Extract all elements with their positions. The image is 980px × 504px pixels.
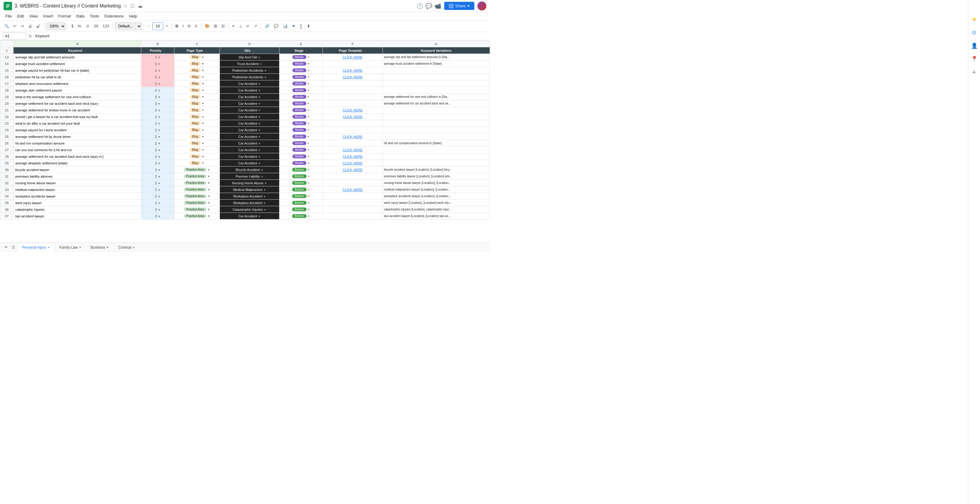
cell-page-template-17[interactable] (323, 80, 383, 87)
cell-keyword-26[interactable]: hit and run compensation amount (13, 140, 141, 146)
cell-priority-21[interactable]: 2 ▼ (141, 107, 174, 113)
cell-silo-31[interactable]: Premise Liability ▼ (220, 173, 280, 180)
cell-page-type-35[interactable]: Practice Area ▼ (174, 200, 220, 206)
font-size-inc[interactable]: + (164, 22, 170, 30)
cell-page-type-28[interactable]: Blog ▼ (174, 153, 220, 160)
cell-page-template-32[interactable] (323, 180, 383, 186)
col-header-a[interactable]: A (13, 41, 141, 47)
cell-page-template-20[interactable] (323, 100, 383, 107)
link-btn[interactable]: 🔗 (263, 22, 271, 30)
cell-stage-19[interactable]: Middle ▼ (280, 94, 323, 100)
cell-keyword-variations-18[interactable] (382, 87, 490, 94)
cell-page-type-17[interactable]: Blog ▼ (174, 80, 220, 87)
cell-silo-17[interactable]: Car Accident ▼ (220, 80, 280, 87)
cell-stage-20[interactable]: Middle ▼ (280, 100, 323, 107)
cell-page-type-15[interactable]: Blog ▼ (174, 67, 220, 74)
col-header-e[interactable]: E (280, 41, 323, 47)
cell-page-type-26[interactable]: Blog ▼ (174, 140, 220, 146)
cell-keyword-variations-36[interactable]: catastrophic injuries [Location], catast… (382, 206, 490, 213)
cell-silo-30[interactable]: Bicycle Accident ▼ (220, 167, 280, 173)
cell-page-template-27[interactable]: CLICK HERE (323, 146, 383, 153)
cell-keyword-17[interactable]: whiplash and concussion settlement (13, 80, 141, 87)
add-sheet-btn[interactable]: + (2, 244, 10, 251)
cell-silo-19[interactable]: Car Accident ▼ (220, 94, 280, 100)
cell-stage-15[interactable]: Middle ▼ (280, 67, 323, 74)
cloud-icon[interactable]: ☁ (138, 3, 142, 9)
tab-criminal[interactable]: Criminal ▾ (113, 243, 140, 252)
cell-page-template-30[interactable]: CLICK HERE (323, 167, 383, 173)
cell-keyword-variations-25[interactable] (382, 134, 490, 140)
cell-keyword-27[interactable]: can you sue someone for a hit and run (13, 146, 141, 153)
cell-page-template-21[interactable]: CLICK HERE (323, 107, 383, 113)
cell-stage-13[interactable]: Middle ▼ (280, 54, 323, 60)
cell-priority-30[interactable]: 2 ▼ (141, 167, 174, 173)
cell-keyword-variations-26[interactable]: hit and run compensation amount in [Stat… (382, 140, 490, 146)
cell-stage-27[interactable]: Middle ▼ (280, 146, 323, 153)
cell-keyword-variations-24[interactable] (382, 127, 490, 134)
cell-silo-13[interactable]: Slip And Fall ▼ (220, 54, 280, 60)
cell-silo-25[interactable]: Car Accident ▼ (220, 134, 280, 140)
chart-btn[interactable]: 📊 (281, 22, 290, 30)
tab-family-law[interactable]: Family Law ▾ (54, 243, 86, 252)
menu-insert[interactable]: Insert (41, 13, 56, 19)
cell-keyword-32[interactable]: nursing home abuse lawyer (13, 180, 141, 186)
cell-page-template-36[interactable] (323, 206, 383, 213)
border-btn[interactable]: ⊞ (212, 22, 219, 30)
h-align-btn[interactable]: ≡ (231, 22, 236, 30)
tab-family-law-arrow[interactable]: ▾ (80, 246, 81, 249)
menu-format[interactable]: Format (56, 13, 73, 19)
cell-page-template-13[interactable]: CLICK HERE (323, 54, 383, 60)
filter-btn[interactable]: ▼ (290, 22, 298, 30)
cell-page-type-25[interactable]: Blog ▼ (174, 134, 220, 140)
cell-silo-16[interactable]: Pedestrian Accidents ▼ (220, 74, 280, 80)
cell-stage-26[interactable]: Middle ▼ (280, 140, 323, 146)
col-header-g[interactable]: G (382, 41, 490, 47)
bold-btn[interactable]: B (174, 22, 180, 30)
cell-page-template-28[interactable]: CLICK HERE (323, 153, 383, 160)
cell-page-type-34[interactable]: Practice Area ▼ (174, 193, 220, 200)
cell-page-type-21[interactable]: Blog ▼ (174, 107, 220, 113)
cell-keyword-variations-30[interactable]: bicycle accident lawyer [Location], [Loc… (382, 167, 490, 173)
cell-silo-22[interactable]: Car Accident ▼ (220, 113, 280, 120)
cell-keyword-36[interactable]: catastrophic injuries (13, 206, 141, 213)
cell-priority-33[interactable]: 2 ▼ (141, 186, 174, 193)
cell-priority-13[interactable]: 1 ▼ (141, 54, 174, 60)
cell-page-type-32[interactable]: Practice Area ▼ (174, 180, 220, 186)
cell-page-template-31[interactable] (323, 173, 383, 180)
cell-keyword-35[interactable]: work injury lawyer (13, 200, 141, 206)
cell-keyword-variations-13[interactable]: average slip and fall settlement amounts… (382, 54, 490, 60)
cell-silo-28[interactable]: Car Accident ▼ (220, 153, 280, 160)
cell-keyword-15[interactable]: average payout for pedestrian hit bay ca… (13, 67, 141, 74)
tab-criminal-arrow[interactable]: ▾ (133, 246, 135, 249)
cell-page-type-30[interactable]: Practice Area ▼ (174, 167, 220, 173)
video-icon[interactable]: 📹 (434, 3, 441, 10)
cell-stage-29[interactable]: Middle ▼ (280, 160, 323, 167)
cell-priority-24[interactable]: 2 ▼ (141, 127, 174, 134)
chat-icon[interactable]: 💬 (426, 3, 432, 10)
wrap-btn[interactable]: ↵ (245, 22, 251, 30)
cell-page-type-13[interactable]: Blog ▼ (174, 54, 220, 60)
cell-priority-20[interactable]: 2 ▼ (141, 100, 174, 107)
cell-priority-34[interactable]: 2 ▼ (141, 193, 174, 200)
print-btn[interactable]: 🖨 (27, 22, 34, 30)
cell-keyword-variations-14[interactable]: average truck accident settlement in [St… (382, 60, 490, 67)
cell-keyword-33[interactable]: medical malpractice lawyer (13, 186, 141, 193)
cell-stage-17[interactable]: Middle ▼ (280, 80, 323, 87)
cell-keyword-variations-32[interactable]: nursing home abuse lawyer [Location], [L… (382, 180, 490, 186)
cell-stage-25[interactable]: Middle ▼ (280, 134, 323, 140)
cell-silo-21[interactable]: Car Accident ▼ (220, 107, 280, 113)
cell-keyword-variations-20[interactable]: average settlement for car accident back… (382, 100, 490, 107)
star-icon[interactable]: ☆ (123, 3, 127, 9)
cell-page-template-14[interactable] (323, 60, 383, 67)
history-icon[interactable]: 🕐 (417, 3, 423, 10)
avatar[interactable] (477, 2, 487, 11)
col-header-c[interactable]: C (174, 41, 220, 47)
cell-keyword-25[interactable]: average settlement hit by drunk driver (13, 134, 141, 140)
cell-priority-29[interactable]: 2 ▼ (141, 160, 174, 167)
cell-page-type-24[interactable]: Blog ▼ (174, 127, 220, 134)
cell-silo-24[interactable]: Car Accident ▼ (220, 127, 280, 134)
cell-stage-28[interactable]: Middle ▼ (280, 153, 323, 160)
cell-keyword-30[interactable]: bicycle accident lawyer (13, 167, 141, 173)
merge-btn[interactable]: ⊟ (220, 22, 226, 30)
cell-stage-32[interactable]: Bottom ▼ (280, 180, 323, 186)
